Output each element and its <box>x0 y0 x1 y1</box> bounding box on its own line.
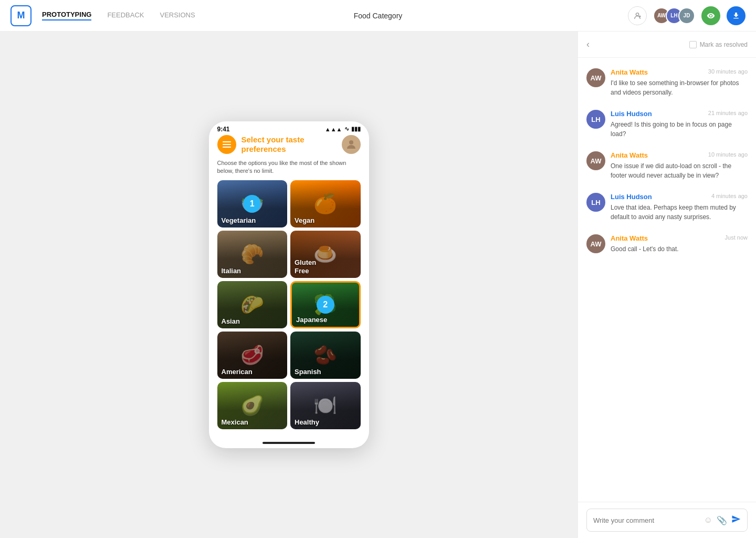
resolved-checkbox[interactable] <box>689 41 697 48</box>
page-title-section: Select your taste preferences <box>236 135 342 154</box>
svg-rect-3 <box>223 141 231 142</box>
food-item-gluten-free[interactable]: 🍮 GlutenFree <box>290 231 361 278</box>
comment-author: Anita Watts <box>611 234 648 242</box>
phone-footer <box>209 438 369 448</box>
status-time: 9:41 <box>217 126 230 133</box>
preview-button[interactable] <box>701 6 720 25</box>
signal-icon: ▲▲▲ <box>325 126 342 132</box>
comment-meta: Anita Watts Just now <box>611 234 748 242</box>
avatar: AW <box>586 68 605 87</box>
main-content: 9:41 ▲▲▲ ∿ ▮▮▮ Select your taste <box>0 32 756 538</box>
comment-body: Anita Watts 10 minutes ago One issue if … <box>611 151 748 180</box>
phone-header: Select your taste preferences <box>217 135 361 154</box>
svg-point-6 <box>349 140 353 144</box>
comment-meta: Luis Hudson 4 minutes ago <box>611 193 748 201</box>
vegan-label: Vegan <box>290 213 319 227</box>
nav-versions[interactable]: VERSIONS <box>160 11 195 20</box>
asian-label: Asian <box>217 314 244 328</box>
comment-item: LH Luis Hudson 21 minutes ago Agreed! Is… <box>578 104 756 145</box>
comment-text: Love that idea. Perhaps keep them muted … <box>611 203 748 222</box>
comment-item: LH Luis Hudson 4 minutes ago Love that i… <box>578 187 756 228</box>
user-add-button[interactable] <box>628 6 647 25</box>
hamburger-button[interactable] <box>217 135 236 154</box>
vegetarian-label: Vegetarian <box>217 213 260 227</box>
mark-resolved-label: Mark as resolved <box>700 41 748 48</box>
comment-meta: Anita Watts 30 minutes ago <box>611 68 748 76</box>
nav-prototyping[interactable]: PROTOTYPING <box>42 11 91 20</box>
collaborators-avatars: AW LH JD <box>653 7 695 24</box>
comment-meta: Luis Hudson 21 minutes ago <box>611 110 748 118</box>
svg-rect-5 <box>223 147 231 148</box>
food-item-japanese[interactable]: 🥦 2 Japanese <box>290 281 361 328</box>
export-button[interactable] <box>727 6 746 25</box>
svg-rect-4 <box>223 144 231 145</box>
top-nav: M PROTOTYPING FEEDBACK VERSIONS Food Cat… <box>0 0 756 32</box>
comment-time: 30 minutes ago <box>708 68 748 76</box>
comments-list: AW Anita Watts 30 minutes ago I'd like t… <box>578 58 756 502</box>
nav-links: PROTOTYPING FEEDBACK VERSIONS <box>42 11 195 20</box>
comment-time: 10 minutes ago <box>708 151 748 159</box>
comment-body: Anita Watts Just now Good call - Let's d… <box>611 234 748 254</box>
select-taste-title: Select your taste preferences <box>242 135 337 154</box>
comment-item: AW Anita Watts 30 minutes ago I'd like t… <box>578 62 756 104</box>
battery-icon: ▮▮▮ <box>351 126 361 132</box>
comment-item: AW Anita Watts 10 minutes ago One issue … <box>578 145 756 187</box>
comments-header: ‹ Mark as resolved <box>578 32 756 58</box>
comment-text: One issue if we did auto-load on scroll … <box>611 161 748 180</box>
comment-input-box: ☺ 📎 <box>586 509 748 532</box>
user-profile-avatar[interactable] <box>342 135 361 154</box>
comment-body: Luis Hudson 4 minutes ago Love that idea… <box>611 193 748 222</box>
comment-body: Luis Hudson 21 minutes ago Agreed! Is th… <box>611 110 748 139</box>
comment-text: Good call - Let's do that. <box>611 244 748 254</box>
japanese-label: Japanese <box>292 313 331 327</box>
american-label: American <box>217 365 257 379</box>
comment-input-area: ☺ 📎 <box>578 502 756 538</box>
gluten-free-label: GlutenFree <box>290 255 320 278</box>
comment-text: I'd like to see something in-browser for… <box>611 78 748 97</box>
avatar: LH <box>586 110 605 129</box>
subtitle-text: Choose the options you like the most of … <box>217 159 361 175</box>
mexican-label: Mexican <box>217 415 253 429</box>
comment-time: 4 minutes ago <box>711 193 748 201</box>
selection-badge-1: 1 <box>243 195 261 213</box>
comment-time: 21 minutes ago <box>708 110 748 118</box>
mark-resolved-button[interactable]: Mark as resolved <box>689 41 748 48</box>
comment-author: Luis Hudson <box>611 110 652 118</box>
food-item-mexican[interactable]: 🥑 Mexican <box>217 382 288 429</box>
phone-content: Select your taste preferences Choose the… <box>209 135 369 438</box>
avatar: LH <box>586 193 605 212</box>
status-icons: ▲▲▲ ∿ ▮▮▮ <box>325 126 361 132</box>
phone-status-bar: 9:41 ▲▲▲ ∿ ▮▮▮ <box>209 121 369 135</box>
comment-time: Just now <box>725 234 748 242</box>
food-item-italian[interactable]: 🥐 Italian <box>217 231 288 278</box>
healthy-label: Healthy <box>290 415 323 429</box>
italian-label: Italian <box>217 264 246 278</box>
food-item-asian[interactable]: 🌮 Asian <box>217 281 288 328</box>
food-item-spanish[interactable]: 🫘 Spanish <box>290 332 361 379</box>
avatar-3: JD <box>678 7 695 24</box>
nav-feedback[interactable]: FEEDBACK <box>107 11 144 20</box>
wifi-icon: ∿ <box>344 126 349 132</box>
home-indicator <box>262 442 315 444</box>
food-item-vegetarian[interactable]: 🥗 1 Vegetarian <box>217 180 288 227</box>
comment-input[interactable] <box>593 516 700 524</box>
food-item-vegan[interactable]: 🍊 Vegan <box>290 180 361 227</box>
emoji-button[interactable]: ☺ <box>704 515 712 525</box>
attach-button[interactable]: 📎 <box>717 515 727 525</box>
comment-text: Agreed! Is this going to be in focus on … <box>611 120 748 139</box>
page-title: Food Category <box>354 12 403 20</box>
nav-right: AW LH JD <box>628 6 746 25</box>
send-button[interactable] <box>731 514 741 526</box>
back-button[interactable]: ‹ <box>586 39 590 50</box>
avatar: AW <box>586 234 605 253</box>
comment-meta: Anita Watts 10 minutes ago <box>611 151 748 159</box>
app-logo[interactable]: M <box>10 5 32 26</box>
spanish-label: Spanish <box>290 365 326 379</box>
comments-panel: ‹ Mark as resolved AW Anita Watts 30 min… <box>578 32 756 538</box>
input-actions: ☺ 📎 <box>704 514 741 526</box>
food-category-grid: 🥗 1 Vegetarian 🍊 Vegan 🥐 Italia <box>217 180 361 429</box>
comment-author: Anita Watts <box>611 68 648 76</box>
food-item-healthy[interactable]: 🍽️ Healthy <box>290 382 361 429</box>
food-item-american[interactable]: 🥩 American <box>217 332 288 379</box>
avatar: AW <box>586 151 605 170</box>
